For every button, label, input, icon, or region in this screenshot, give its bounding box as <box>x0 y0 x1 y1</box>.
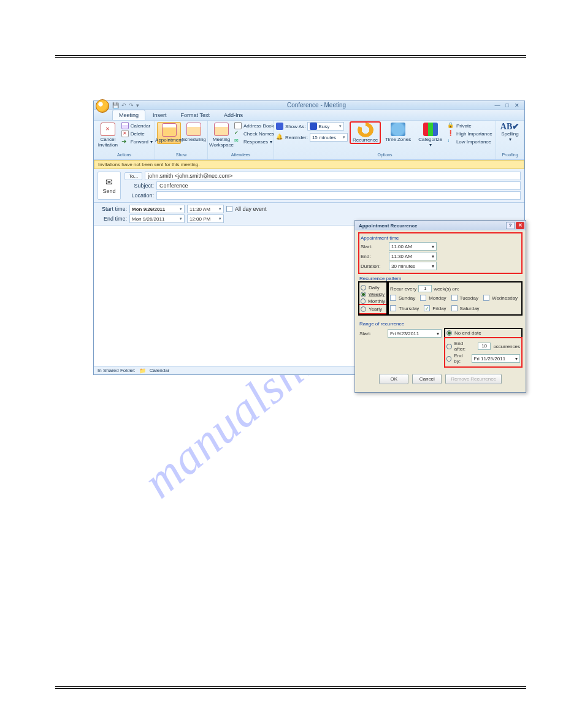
close-button[interactable]: ✕ <box>513 102 521 108</box>
start-date-select[interactable]: Mon 9/26/2011▾ <box>129 205 185 213</box>
folder-icon <box>139 368 146 374</box>
to-field[interactable]: john.smith <john.smith@nec.com> <box>145 172 521 180</box>
check-names-button[interactable]: Check Names <box>234 130 274 137</box>
meeting-workspace-button[interactable]: Meeting Workspace <box>210 122 233 148</box>
all-day-checkbox[interactable] <box>226 206 232 212</box>
chk-thursday[interactable]: Thursday <box>390 305 419 311</box>
spelling-button[interactable]: AB✔ Spelling ▾ <box>498 122 522 143</box>
remove-recurrence-button[interactable]: Remove Recurrence <box>445 374 501 384</box>
chevron-down-icon: ▾ <box>432 264 434 269</box>
group-attendees: Meeting Workspace Address Book Check Nam… <box>208 121 274 159</box>
high-importance-toggle[interactable]: High Importance <box>447 130 492 137</box>
chevron-down-icon: ▾ <box>150 139 153 145</box>
to-button[interactable]: To... <box>124 172 142 180</box>
calendar-icon <box>121 122 129 129</box>
send-button[interactable]: ✉ Send <box>98 172 121 200</box>
radio-monthly[interactable]: Monthly <box>361 298 385 304</box>
tab-add-ins[interactable]: Add-Ins <box>217 110 250 120</box>
end-by-select[interactable]: Fri 11/25/2011▾ <box>472 354 520 363</box>
appt-duration-select[interactable]: 30 minutes▾ <box>389 262 437 270</box>
appointment-button[interactable]: Appointment <box>157 122 181 144</box>
appt-start-select[interactable]: 11:00 AM▾ <box>389 242 437 251</box>
radio-weekly[interactable]: Weekly <box>361 292 385 297</box>
subject-field[interactable]: Conference <box>156 181 521 190</box>
help-button[interactable]: ? <box>506 222 515 229</box>
chk-monday[interactable]: Monday <box>420 295 446 301</box>
tab-meeting[interactable]: Meeting <box>112 110 145 120</box>
radio-yearly[interactable]: Yearly <box>359 305 386 313</box>
quick-access-toolbar[interactable]: 💾 ↶ ↷ ▾ <box>112 102 139 108</box>
end-date-select[interactable]: Mon 9/26/2011▾ <box>129 214 185 223</box>
end-time-select[interactable]: 12:00 PM▾ <box>187 214 224 223</box>
location-label: Location: <box>124 192 154 199</box>
group-actions: ✕ Cancel Invitation Calendar Delete Forw… <box>94 121 155 159</box>
radio-daily[interactable]: Daily <box>361 285 385 290</box>
minimize-button[interactable]: — <box>494 102 501 108</box>
delete-icon <box>121 130 129 137</box>
ribbon: ✕ Cancel Invitation Calendar Delete Forw… <box>94 121 524 160</box>
spelling-icon: AB✔ <box>500 123 519 131</box>
subject-label: Subject: <box>124 183 154 189</box>
window-title: Conference - Meeting <box>139 102 494 108</box>
chevron-down-icon: ▾ <box>437 331 439 336</box>
chk-sunday[interactable]: Sunday <box>390 295 415 301</box>
time-zones-button[interactable]: Time Zones <box>383 122 413 143</box>
location-field[interactable] <box>156 191 521 200</box>
recurrence-button[interactable]: Recurrence <box>350 122 380 143</box>
tab-insert[interactable]: Insert <box>146 110 174 120</box>
cancel-button[interactable]: Cancel <box>412 374 442 384</box>
reminder-icon <box>276 134 283 141</box>
close-dialog-button[interactable]: ✕ <box>516 222 524 229</box>
chk-wednesday[interactable]: Wednesday <box>483 295 518 301</box>
radio-end-by[interactable]: End by: Fri 11/25/2011▾ <box>446 353 520 364</box>
occurrences-input[interactable]: 10 <box>478 343 491 350</box>
chk-friday[interactable]: ✓Friday <box>424 305 446 311</box>
meeting-form: ✉ Send To... john.smith <john.smith@nec.… <box>94 169 524 203</box>
undo-icon[interactable]: ↶ <box>121 102 126 108</box>
chevron-down-icon: ▾ <box>219 207 221 211</box>
pattern-details: Recur every 1 week(s) on: Sunday Monday … <box>389 282 521 314</box>
radio-no-end-date[interactable]: No end date <box>445 329 521 337</box>
info-bar: Invitations have not been sent for this … <box>94 160 524 169</box>
group-show: Appointment Scheduling Show <box>155 121 208 159</box>
redo-icon[interactable]: ↷ <box>129 102 134 108</box>
ok-button[interactable]: OK <box>379 374 408 384</box>
chk-saturday[interactable]: Saturday <box>451 305 480 311</box>
appt-end-select[interactable]: 11:30 AM▾ <box>389 252 437 260</box>
lock-icon <box>447 122 454 129</box>
radio-end-after[interactable]: End after: 10 occurrences <box>446 341 520 352</box>
office-button[interactable] <box>96 99 109 113</box>
chevron-down-icon: ▾ <box>343 135 345 140</box>
check-names-icon <box>234 130 242 137</box>
recurrence-dialog: Appointment Recurrence ? ✕ Appointment t… <box>354 220 526 393</box>
maximize-button[interactable]: □ <box>504 102 511 108</box>
low-importance-toggle[interactable]: Low Importance <box>447 138 492 145</box>
address-book-icon <box>234 122 242 129</box>
save-icon[interactable]: 💾 <box>112 102 119 108</box>
cancel-invitation-button[interactable]: ✕ Cancel Invitation <box>96 122 120 148</box>
address-book-button[interactable]: Address Book <box>234 122 274 129</box>
calendar-button[interactable]: Calendar <box>121 122 153 129</box>
show-as-select[interactable]: Busy▾ <box>307 122 344 131</box>
chk-tuesday[interactable]: Tuesday <box>451 295 478 301</box>
responses-button[interactable]: Responses▾ <box>234 138 274 145</box>
categorize-button[interactable]: Categorize ▾ <box>416 122 445 148</box>
reminder-select[interactable]: 15 minutes▾ <box>310 133 348 142</box>
chevron-down-icon: ▾ <box>432 244 434 249</box>
outlook-meeting-window: 💾 ↶ ↷ ▾ Conference - Meeting — □ ✕ Meeti… <box>93 100 525 375</box>
private-toggle[interactable]: Private <box>447 122 492 129</box>
responses-icon <box>234 138 242 145</box>
scheduling-button[interactable]: Scheduling <box>182 122 205 143</box>
tab-format-text[interactable]: Format Text <box>174 110 216 120</box>
qat-dropdown-icon[interactable]: ▾ <box>136 102 139 108</box>
scheduling-icon <box>186 123 201 136</box>
start-time-select[interactable]: 11:30 AM▾ <box>187 205 224 213</box>
range-start-select[interactable]: Fri 9/23/2011▾ <box>388 329 442 338</box>
recur-every-input[interactable]: 1 <box>418 285 432 292</box>
chevron-down-icon: ▾ <box>429 142 432 148</box>
delete-button[interactable]: Delete <box>121 130 153 137</box>
group-proofing: AB✔ Spelling ▾ Proofing <box>496 121 524 159</box>
appointment-icon <box>162 123 177 137</box>
forward-button[interactable]: Forward▾ <box>121 138 153 145</box>
chevron-down-icon: ▾ <box>180 216 182 221</box>
